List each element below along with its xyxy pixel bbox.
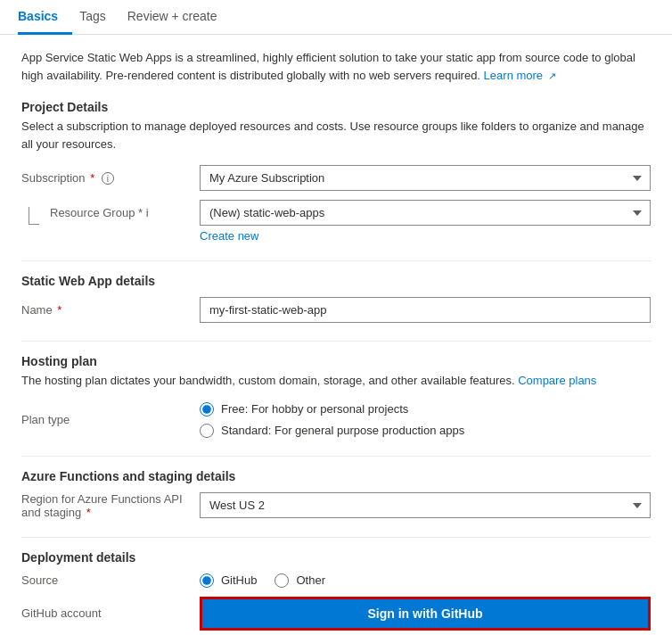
app-name-input[interactable] [200,297,651,323]
create-new-link[interactable]: Create new [200,229,651,243]
plan-standard-label: Standard: For general purpose production… [221,424,464,437]
source-control: GitHub Other [200,573,651,588]
resource-group-required: * [138,206,143,219]
app-name-required: * [57,303,61,317]
compare-plans-link[interactable]: Compare plans [518,374,596,387]
resource-group-select[interactable]: (New) static-web-apps [200,200,651,226]
external-link-icon: ↗ [548,69,556,84]
subscription-select-wrapper: My Azure Subscription [200,165,651,191]
tabs-bar: Basics Tags Review + create [0,0,672,35]
azure-functions-section: Azure Functions and staging details Regi… [21,469,651,519]
plan-free-label: Free: For hobby or personal projects [221,402,408,416]
plan-type-label: Plan type [21,413,200,426]
github-account-row: GitHub account Sign in with GitHub [21,597,651,631]
project-details-desc: Select a subscription to manage deployed… [21,118,651,153]
source-radio-group: GitHub Other [200,573,651,588]
subscription-row: Subscription * i My Azure Subscription [21,165,651,191]
plan-type-control: Free: For hobby or personal projects Sta… [200,402,651,438]
app-name-row: Name * [21,297,651,323]
subscription-required: * [90,171,94,185]
plan-standard-option[interactable]: Standard: For general purpose production… [200,424,651,438]
resource-group-row: Resource Group * i (New) static-web-apps… [21,200,651,243]
source-github-label: GitHub [221,573,257,587]
source-github-option[interactable]: GitHub [200,573,257,588]
deployment-section: Deployment details Source GitHub Other G… [21,550,651,631]
subscription-label: Subscription * i [21,171,200,186]
tab-basics[interactable]: Basics [18,0,72,35]
static-web-app-heading: Static Web App details [21,274,651,288]
resource-group-content: Resource Group * i (New) static-web-apps… [50,200,651,243]
azure-functions-heading: Azure Functions and staging details [21,469,651,483]
hosting-plan-heading: Hosting plan [21,354,651,368]
resource-group-label-row: Resource Group * i (New) static-web-apps [50,200,651,226]
tab-tags[interactable]: Tags [79,0,120,35]
source-other-radio[interactable] [275,573,289,588]
subscription-info-icon[interactable]: i [102,172,114,185]
divider-3 [21,456,651,457]
main-content: App Service Static Web Apps is a streaml… [0,35,672,635]
subscription-select[interactable]: My Azure Subscription [200,165,651,191]
region-control: West US 2 [200,492,651,518]
source-other-option[interactable]: Other [275,573,325,588]
resource-group-indent [21,200,50,225]
resource-group-label: Resource Group * i [50,206,200,219]
github-account-label: GitHub account [21,606,200,620]
hosting-plan-section: Hosting plan The hosting plan dictates y… [21,354,651,438]
source-label: Source [21,573,200,587]
source-other-label: Other [296,573,325,587]
static-web-app-section: Static Web App details Name * [21,274,651,323]
plan-standard-radio[interactable] [200,424,214,438]
resource-group-info-icon[interactable]: i [146,206,149,219]
region-select-wrapper: West US 2 [200,492,651,518]
divider-2 [21,341,651,342]
signin-github-button[interactable]: Sign in with GitHub [200,597,651,631]
source-github-radio[interactable] [200,573,214,588]
plan-type-row: Plan type Free: For hobby or personal pr… [21,402,651,438]
resource-group-select-wrapper: (New) static-web-apps [200,200,651,226]
deployment-heading: Deployment details [21,550,651,565]
region-required: * [86,506,91,519]
hosting-plan-desc: The hosting plan dictates your bandwidth… [21,372,651,390]
resource-group-control: (New) static-web-apps [200,200,651,226]
app-name-control [200,297,651,323]
plan-free-radio[interactable] [200,402,214,416]
region-select[interactable]: West US 2 [200,492,651,518]
region-row: Region for Azure Functions API and stagi… [21,492,651,519]
project-details-section: Project Details Select a subscription to… [21,100,651,243]
subscription-control: My Azure Subscription [200,165,651,191]
divider-4 [21,537,651,538]
project-details-heading: Project Details [21,100,651,114]
plan-free-option[interactable]: Free: For hobby or personal projects [200,402,651,416]
plan-type-radio-group: Free: For hobby or personal projects Sta… [200,402,651,438]
learn-more-link[interactable]: Learn more ↗ [484,69,556,82]
signin-control: Sign in with GitHub [200,597,651,631]
intro-text: App Service Static Web Apps is a streaml… [21,49,651,84]
region-label: Region for Azure Functions API and stagi… [21,492,200,519]
indent-line [29,207,39,225]
divider-1 [21,260,651,261]
tab-review-create[interactable]: Review + create [127,0,232,35]
source-row: Source GitHub Other [21,573,651,588]
app-name-label: Name * [21,303,200,317]
